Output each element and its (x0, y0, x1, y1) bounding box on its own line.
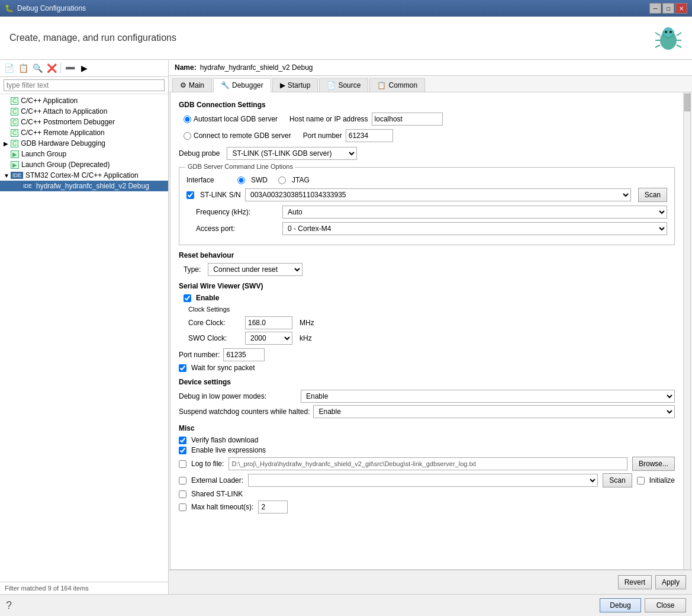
category-icon: C (11, 97, 18, 105)
core-clock-input[interactable] (245, 316, 292, 329)
wait-sync-label[interactable]: Wait for sync packet (191, 364, 255, 372)
panel-content: GDB Connection Settings Autostart local … (170, 92, 683, 569)
swv-enable-label[interactable]: Enable (196, 294, 219, 302)
scrollbar[interactable] (683, 92, 690, 569)
bug-icon (654, 24, 683, 52)
tree-item-label: C/C++ Application (21, 97, 78, 105)
expand-icon-stm32: ▼ (4, 172, 11, 179)
initialize-label[interactable]: Initialize (649, 476, 675, 485)
tabs-bar: ⚙ Main 🔧 Debugger ▶ Startup 📄 Source 📋 (169, 76, 692, 92)
log-to-file-input[interactable] (228, 457, 627, 470)
close-window-button[interactable]: Close (645, 598, 686, 612)
max-halt-input[interactable] (258, 500, 288, 514)
filter-input[interactable] (4, 79, 165, 91)
connect-remote-radio[interactable] (184, 132, 191, 140)
debug-low-power-select[interactable]: Enable (301, 390, 675, 403)
initialize-checkbox[interactable] (637, 477, 645, 485)
jtag-label[interactable]: JTAG (292, 176, 310, 184)
access-port-select[interactable]: 0 - Cortex-M4 (282, 222, 667, 235)
swo-clock-select[interactable]: 2000 (245, 332, 292, 345)
reset-type-select[interactable]: Connect under reset (208, 263, 302, 276)
title-bar-controls[interactable]: ─ □ ✕ (649, 3, 687, 14)
tree-item-stm32[interactable]: ▼ IDE STM32 Cortex-M C/C++ Application (0, 170, 168, 181)
autostart-row: Autostart local GDB server Host name or … (184, 113, 675, 126)
tab-startup[interactable]: ▶ Startup (272, 78, 318, 92)
maximize-button[interactable]: □ (662, 3, 674, 14)
swd-label[interactable]: SWD (251, 176, 268, 184)
tree-item-cpp-app[interactable]: C C/C++ Application (0, 95, 168, 106)
verify-flash-row: Verify flash download (179, 436, 675, 444)
minimize-button[interactable]: ─ (649, 3, 661, 14)
title-bar: 🐛 Debug Configurations ─ □ ✕ (0, 0, 692, 17)
jtag-radio[interactable] (278, 177, 286, 184)
external-loader-checkbox[interactable] (179, 477, 186, 485)
shared-stlink-label[interactable]: Shared ST-LINK (191, 490, 243, 498)
filter-button[interactable]: 🔍 (31, 62, 44, 75)
stlink-sn-select[interactable]: 003A00323038511034333935 (245, 188, 631, 201)
external-loader-select[interactable] (248, 474, 598, 487)
tree-item-launch-deprecated[interactable]: ▶ Launch Group (Deprecated) (0, 159, 168, 170)
host-input[interactable] (372, 113, 443, 126)
autostart-radio[interactable] (184, 116, 191, 123)
tab-common[interactable]: 📋 Common (369, 78, 425, 92)
filter-status: Filter matched 9 of 164 items (5, 585, 89, 592)
external-loader-scan-button[interactable]: Scan (603, 473, 632, 487)
max-halt-checkbox[interactable] (179, 503, 186, 511)
log-to-file-checkbox[interactable] (179, 460, 186, 468)
swv-enable-checkbox[interactable] (184, 294, 191, 302)
collapse-button[interactable]: ➖ (63, 62, 76, 75)
tree-item-cpp-remote[interactable]: C C/C++ Remote Application (0, 127, 168, 138)
stlink-sn-checkbox[interactable] (186, 191, 194, 199)
tree-item-hydrafw[interactable]: IDE hydrafw_hydranfc_shield_v2 Debug (0, 181, 168, 191)
window-title: Debug Configurations (17, 4, 86, 12)
frequency-row: Frequency (kHz): Auto (186, 206, 667, 219)
duplicate-button[interactable]: 📋 (17, 62, 30, 75)
tab-source[interactable]: 📄 Source (319, 78, 368, 92)
apply-button[interactable]: Apply (655, 575, 686, 589)
verify-flash-label[interactable]: Verify flash download (191, 436, 258, 444)
revert-button[interactable]: Revert (618, 575, 652, 589)
wait-sync-checkbox[interactable] (179, 364, 186, 372)
external-loader-row: External Loader: Scan Initialize (179, 473, 675, 487)
tab-main[interactable]: ⚙ Main (172, 78, 212, 92)
host-label: Host name or IP address (289, 115, 368, 123)
category-icon: C (11, 108, 18, 116)
new-config-button[interactable]: 📄 (2, 62, 15, 75)
browse-button[interactable]: Browse... (632, 457, 675, 471)
max-halt-label[interactable]: Max halt timeout(s): (191, 503, 253, 511)
autostart-label[interactable]: Autostart local GDB server (194, 115, 278, 123)
ide-icon: IDE (11, 172, 23, 179)
more-button[interactable]: ▶ (78, 62, 91, 75)
debug-probe-label: Debug probe (179, 149, 220, 158)
external-loader-label[interactable]: External Loader: (191, 476, 243, 485)
help-icon[interactable]: ? (6, 599, 12, 612)
scan-button[interactable]: Scan (638, 188, 667, 202)
category-icon: ▶ (11, 161, 19, 169)
shared-stlink-row: Shared ST-LINK (179, 490, 675, 498)
suspend-watchdog-select[interactable]: Enable (313, 405, 675, 418)
swd-radio[interactable] (237, 177, 245, 184)
enable-live-checkbox[interactable] (179, 447, 186, 454)
close-button[interactable]: ✕ (675, 3, 687, 14)
shared-stlink-checkbox[interactable] (179, 490, 186, 498)
tree-item-gdb-hardware[interactable]: ▶ C GDB Hardware Debugging (0, 138, 168, 149)
stlink-sn-label[interactable]: ST-LINK S/N (200, 191, 242, 199)
debug-probe-select[interactable]: ST-LINK (ST-LINK GDB server) (227, 147, 357, 160)
port-number-input[interactable] (223, 348, 265, 361)
connect-remote-label[interactable]: Connect to remote GDB server (194, 131, 291, 140)
tree-item-cpp-attach[interactable]: C C/C++ Attach to Application (0, 106, 168, 117)
debug-button[interactable]: Debug (600, 598, 641, 612)
delete-button[interactable]: ❌ (45, 62, 58, 75)
log-to-file-label[interactable]: Log to file: (191, 460, 224, 468)
svg-point-10 (670, 31, 672, 33)
tree-item-cpp-postmortem[interactable]: C C/C++ Postmortem Debugger (0, 117, 168, 127)
tree-item-launch-group[interactable]: ▶ Launch Group (0, 149, 168, 159)
tree-item-label: hydrafw_hydranfc_shield_v2 Debug (36, 182, 149, 190)
verify-flash-checkbox[interactable] (179, 437, 186, 444)
frequency-select[interactable]: Auto (282, 206, 667, 219)
enable-live-label[interactable]: Enable live expressions (191, 446, 266, 454)
port-input[interactable] (346, 129, 393, 142)
access-port-label: Access port: (196, 224, 279, 233)
tree-item-label: GDB Hardware Debugging (21, 139, 105, 147)
tab-debugger[interactable]: 🔧 Debugger (213, 78, 271, 92)
